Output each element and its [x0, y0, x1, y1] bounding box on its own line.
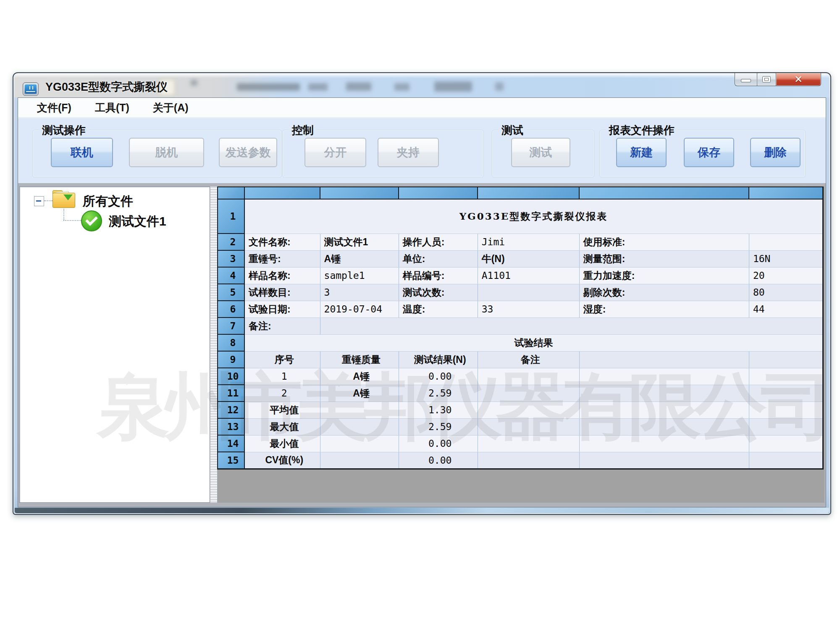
specimen-count-label[interactable]: 试样数目: — [244, 284, 320, 301]
grid-corner-cell[interactable] — [218, 187, 244, 199]
grid-cell[interactable] — [749, 368, 823, 385]
report-title[interactable]: YG033E型数字式撕裂仪报表 — [244, 199, 823, 234]
close-button[interactable]: ✕ — [776, 73, 821, 86]
reject-times-label[interactable]: 剔除次数: — [579, 284, 749, 301]
test-date-value[interactable]: 2019-07-04 — [320, 301, 399, 318]
result-index[interactable]: 1 — [244, 368, 320, 385]
grid-header-cell[interactable] — [749, 187, 823, 199]
grid-cell[interactable] — [478, 418, 579, 435]
result-index[interactable]: 2 — [244, 385, 320, 402]
row-number[interactable]: 4 — [218, 267, 244, 284]
col-测试结果[interactable]: 测试结果(N) — [399, 351, 478, 368]
grid-cell[interactable] — [579, 418, 749, 435]
separate-button[interactable]: 分开 — [304, 138, 366, 167]
file-name-label[interactable]: 文件名称: — [244, 234, 320, 250]
grid-cell[interactable] — [749, 452, 823, 469]
grid-header-cell[interactable] — [244, 187, 320, 199]
humidity-value[interactable]: 44 — [749, 301, 823, 318]
row-number[interactable]: 9 — [218, 351, 244, 368]
stat-average-label[interactable]: 平均值 — [244, 402, 320, 418]
connect-button[interactable]: 联机 — [51, 138, 113, 167]
remark-value[interactable] — [320, 318, 823, 334]
col-序号[interactable]: 序号 — [244, 351, 320, 368]
grid-cell[interactable] — [579, 385, 749, 402]
grid-cell[interactable] — [749, 418, 823, 435]
col-重锤质量[interactable]: 重锤质量 — [320, 351, 399, 368]
reject-times-value[interactable]: 80 — [749, 284, 823, 301]
menu-file[interactable]: 文件(F) — [37, 101, 71, 115]
tree-item-all-files[interactable]: 所有文件 — [83, 193, 133, 210]
row-number[interactable]: 5 — [218, 284, 244, 301]
sample-no-label[interactable]: 样品编号: — [399, 267, 478, 284]
grid-header-cell[interactable] — [579, 187, 749, 199]
sample-name-label[interactable]: 样品名称: — [244, 267, 320, 284]
clamp-button[interactable]: 夹持 — [378, 138, 439, 167]
row-number[interactable]: 12 — [218, 402, 244, 418]
new-button[interactable]: 新建 — [616, 138, 667, 167]
gravity-value[interactable]: 20 — [749, 267, 823, 284]
grid-header-cell[interactable] — [399, 187, 478, 199]
maximize-button[interactable] — [757, 73, 776, 86]
standard-value[interactable] — [749, 234, 823, 250]
stat-max-label[interactable]: 最大值 — [244, 418, 320, 435]
grid-cell[interactable] — [749, 385, 823, 402]
stat-max-value[interactable]: 2.59 — [399, 418, 478, 435]
result-remark[interactable] — [478, 368, 579, 385]
titlebar[interactable]: YG033E型数字式撕裂仪 — [14, 74, 830, 97]
hammer-label[interactable]: 重锤号: — [244, 250, 320, 267]
grid-cell[interactable] — [478, 452, 579, 469]
disconnect-button[interactable]: 脱机 — [129, 138, 204, 167]
specimen-count-value[interactable]: 3 — [320, 284, 399, 301]
range-value[interactable]: 16N — [749, 250, 823, 267]
tree-collapse-icon[interactable] — [34, 196, 44, 206]
sample-no-value[interactable]: A1101 — [478, 267, 579, 284]
result-value[interactable]: 2.59 — [399, 385, 478, 402]
panel-splitter[interactable] — [210, 186, 218, 503]
grid-cell[interactable] — [749, 402, 823, 418]
grid-cell[interactable] — [478, 402, 579, 418]
col-备注[interactable]: 备注 — [478, 351, 579, 368]
grid-cell[interactable] — [579, 435, 749, 452]
gravity-label[interactable]: 重力加速度: — [579, 267, 749, 284]
grid-cell[interactable] — [749, 435, 823, 452]
grid-header-cell[interactable] — [478, 187, 579, 199]
minimize-button[interactable] — [735, 73, 757, 86]
menu-about[interactable]: 关于(A) — [153, 101, 189, 115]
row-number[interactable]: 7 — [218, 318, 244, 334]
standard-label[interactable]: 使用标准: — [579, 234, 749, 250]
operator-label[interactable]: 操作人员: — [399, 234, 478, 250]
row-number[interactable]: 11 — [218, 385, 244, 402]
operator-value[interactable]: Jimi — [478, 234, 579, 250]
row-number[interactable]: 3 — [218, 250, 244, 267]
test-date-label[interactable]: 试验日期: — [244, 301, 320, 318]
row-number[interactable]: 6 — [218, 301, 244, 318]
result-value[interactable]: 0.00 — [399, 368, 478, 385]
grid-cell[interactable] — [478, 435, 579, 452]
row-number[interactable]: 15 — [218, 452, 244, 469]
grid-cell[interactable] — [579, 351, 749, 368]
grid-cell[interactable] — [579, 368, 749, 385]
grid-cell[interactable] — [749, 351, 823, 368]
menu-tools[interactable]: 工具(T) — [95, 101, 129, 115]
test-times-value[interactable] — [478, 284, 579, 301]
stat-min-value[interactable]: 0.00 — [399, 435, 478, 452]
grid-cell[interactable] — [320, 418, 399, 435]
hammer-value[interactable]: A锤 — [320, 250, 399, 267]
temperature-value[interactable]: 33 — [478, 301, 579, 318]
delete-button[interactable]: 删除 — [750, 138, 801, 167]
stat-cv-value[interactable]: 0.00 — [399, 452, 478, 469]
send-params-button[interactable]: 发送参数 — [219, 138, 277, 167]
grid-header-cell[interactable] — [320, 187, 399, 199]
result-hammer[interactable]: A锤 — [320, 385, 399, 402]
grid-cell[interactable] — [320, 452, 399, 469]
result-hammer[interactable]: A锤 — [320, 368, 399, 385]
grid-cell[interactable] — [579, 452, 749, 469]
row-number[interactable]: 14 — [218, 435, 244, 452]
grid-cell[interactable] — [579, 402, 749, 418]
unit-label[interactable]: 单位: — [399, 250, 478, 267]
remark-label[interactable]: 备注: — [244, 318, 320, 334]
file-name-value[interactable]: 测试文件1 — [320, 234, 399, 250]
save-button[interactable]: 保存 — [684, 138, 734, 167]
stat-cv-label[interactable]: CV值(%) — [244, 452, 320, 469]
results-section-title[interactable]: 试验结果 — [244, 334, 823, 351]
